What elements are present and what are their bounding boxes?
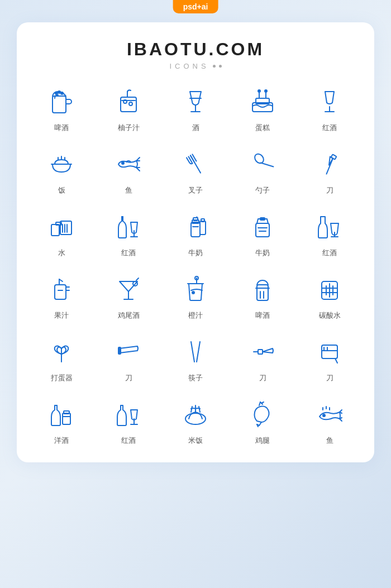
icon-item-spoon: 勺子 [229, 146, 296, 195]
svg-point-7 [129, 102, 132, 106]
icon-label-fork: 叉子 [188, 185, 203, 195]
icon-item-fork: 叉子 [162, 146, 229, 195]
fish2-icon [312, 396, 347, 432]
svg-rect-40 [191, 222, 200, 237]
rice-icon [178, 396, 213, 432]
wine-glass-icon [178, 84, 213, 119]
svg-point-2 [58, 91, 60, 93]
icon-item-beer2: 啤酒 [229, 271, 296, 321]
icon-label-redwine3: 红酒 [121, 436, 136, 446]
icon-item-fish: 鱼 [95, 146, 162, 195]
icon-item-wine: 酒 [162, 84, 229, 133]
icon-label-cake: 蛋糕 [255, 123, 270, 133]
svg-rect-31 [51, 224, 59, 236]
juice2-icon [44, 271, 79, 307]
icon-label-liquor: 洋酒 [54, 436, 69, 446]
icon-item-juice2: 果汁 [28, 271, 95, 321]
icon-item-soda: 碳酸水 [296, 271, 363, 321]
orange-juice-icon [178, 271, 213, 307]
icon-item-knife: 刀 [296, 146, 363, 195]
icon-label-redwine2: 红酒 [322, 248, 337, 258]
fork-icon [178, 146, 213, 182]
icon-item-chopsticks: 筷子 [162, 334, 229, 383]
icon-item-knife3: 刀 [229, 334, 296, 383]
card: IBAOTU.COM ICONS 啤酒 [17, 22, 374, 462]
icon-label-yuzu: 柚子汁 [118, 123, 140, 133]
icon-item-cleaver: 刀 [296, 334, 363, 383]
icon-label-knife: 刀 [326, 185, 333, 195]
icon-label-spoon: 勺子 [255, 185, 270, 195]
icon-item-yuzu: 柚子汁 [95, 84, 162, 133]
icon-item-redwine: 红酒 [296, 84, 363, 133]
icon-item-redwine3: 红酒 [95, 396, 162, 446]
icon-grid: 啤酒 柚子汁 [28, 84, 363, 446]
subtitle-text: ICONS [169, 62, 209, 70]
wine-bottle-glass-icon [111, 209, 146, 245]
icon-label-chicken: 鸡腿 [255, 436, 270, 446]
icon-item-cocktail: 鸡尾酒 [95, 271, 162, 321]
svg-point-16 [258, 90, 260, 92]
card-title: IBAOTU.COM [28, 39, 363, 60]
svg-rect-90 [64, 411, 69, 414]
red-wine2-icon [312, 209, 347, 245]
svg-point-65 [192, 291, 194, 294]
knife-icon [312, 146, 347, 182]
svg-rect-30 [331, 154, 337, 159]
liquor-icon [44, 396, 79, 432]
icon-item-redwine2: 红酒 [296, 209, 363, 258]
icon-item-rice: 饭 [28, 146, 95, 195]
icon-label-milk: 牛奶 [188, 248, 203, 258]
icon-item-liquor: 洋酒 [28, 396, 95, 446]
svg-line-80 [197, 342, 200, 362]
chopsticks-icon [178, 334, 213, 370]
dot1 [213, 65, 216, 68]
icon-item-winebottle: 红酒 [95, 209, 162, 258]
knife2-icon [111, 334, 146, 370]
icon-item-chicken: 鸡腿 [229, 396, 296, 446]
icon-label-wine: 酒 [192, 123, 199, 133]
svg-point-24 [122, 162, 124, 164]
svg-point-28 [253, 152, 265, 165]
red-wine-icon [312, 84, 347, 119]
svg-point-17 [265, 90, 267, 92]
icon-item-water: 水 [28, 209, 95, 258]
icon-item-rice2: 米饭 [162, 396, 229, 446]
icon-item-beer: 啤酒 [28, 84, 95, 133]
icon-label-cleaver: 刀 [326, 373, 333, 383]
rice-bowl-icon [44, 146, 79, 182]
juice-icon [111, 84, 146, 119]
svg-rect-46 [256, 223, 269, 237]
icon-label-rice2: 米饭 [188, 436, 203, 446]
icon-label-water: 水 [58, 248, 65, 258]
red-wine3-icon [111, 396, 146, 432]
svg-line-103 [261, 402, 264, 403]
svg-rect-44 [200, 221, 206, 235]
card-subtitle: ICONS [28, 62, 363, 70]
svg-line-79 [191, 342, 194, 362]
svg-line-98 [259, 422, 261, 426]
icon-label-redwine: 红酒 [322, 123, 337, 133]
icon-label-beer: 啤酒 [54, 123, 69, 133]
icon-label-winebottle: 红酒 [121, 248, 136, 258]
icon-label-rice: 饭 [58, 185, 65, 195]
icon-label-cocktail: 鸡尾酒 [118, 310, 140, 321]
icon-label-chopsticks: 筷子 [188, 373, 203, 383]
whisk-icon [44, 334, 79, 370]
icon-label-whisk: 打蛋器 [51, 373, 73, 383]
svg-rect-52 [55, 285, 66, 299]
icon-label-soda: 碳酸水 [319, 310, 341, 321]
icon-label-knife2: 刀 [125, 373, 132, 383]
icon-item-milk2: 牛奶 [229, 209, 296, 258]
knife3-icon [245, 334, 280, 370]
beer2-icon [245, 271, 280, 307]
icon-item-knife2: 刀 [95, 334, 162, 383]
soda-icon [312, 271, 347, 307]
icon-item-fish2: 鱼 [296, 396, 363, 446]
dot2 [219, 65, 222, 68]
svg-point-3 [61, 92, 63, 94]
svg-line-29 [261, 158, 274, 171]
icon-item-orangejuice: 橙汁 [162, 271, 229, 321]
top-badge: psd+ai [173, 0, 218, 13]
milk-icon [178, 209, 213, 245]
svg-rect-89 [63, 413, 70, 424]
